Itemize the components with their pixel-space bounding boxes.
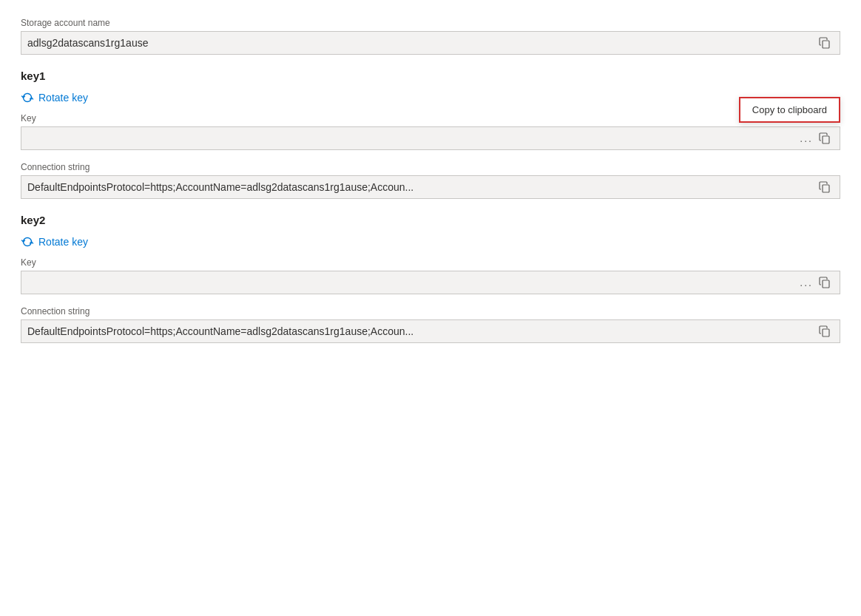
key1-key-label: Key: [21, 113, 840, 123]
key1-connection-string-row: [21, 175, 840, 199]
key1-copy-button[interactable]: [816, 131, 834, 146]
storage-account-copy-button[interactable]: [816, 35, 834, 50]
key1-section: key1 Rotate key Key ... Copy to clipboar…: [21, 70, 840, 199]
key2-key-label: Key: [21, 257, 840, 268]
key2-rotate-icon: [21, 235, 34, 248]
svg-rect-1: [823, 136, 829, 143]
storage-account-input[interactable]: [27, 37, 816, 49]
key2-copy-button[interactable]: [816, 275, 834, 290]
key1-connection-string-input[interactable]: [27, 181, 816, 193]
storage-account-input-row: [21, 31, 840, 55]
key1-key-input[interactable]: [27, 132, 800, 144]
key2-key-field-row: ...: [21, 271, 840, 294]
key1-connection-copy-icon: [819, 181, 831, 193]
key2-section: key2 Rotate key Key ... Connection strin…: [21, 214, 840, 343]
key1-rotate-key-row[interactable]: Rotate key: [21, 91, 840, 104]
key1-copy-icon: [819, 132, 831, 144]
key2-rotate-key-label: Rotate key: [38, 236, 88, 248]
key1-title: key1: [21, 70, 840, 82]
copy-icon: [819, 37, 831, 49]
key1-dots: ...: [800, 132, 813, 144]
key1-key-wrapper: ... Copy to clipboard: [21, 126, 840, 150]
key2-connection-string-input[interactable]: [27, 325, 816, 337]
key2-connection-string-copy-button[interactable]: [816, 324, 834, 339]
storage-account-label: Storage account name: [21, 18, 840, 28]
svg-rect-3: [823, 280, 829, 288]
key2-connection-string-row: [21, 319, 840, 343]
key1-key-field-row: ...: [21, 126, 840, 150]
svg-rect-2: [823, 185, 829, 192]
copy-to-clipboard-text: Copy to clipboard: [752, 104, 827, 115]
key1-connection-string-label: Connection string: [21, 162, 840, 172]
key2-copy-icon: [819, 277, 831, 288]
key1-rotate-key-label: Rotate key: [38, 92, 88, 104]
key2-connection-string-label: Connection string: [21, 306, 840, 317]
copy-to-clipboard-tooltip: Copy to clipboard: [739, 97, 840, 123]
key1-rotate-icon: [21, 91, 34, 104]
key1-connection-string-copy-button[interactable]: [816, 180, 834, 194]
storage-account-section: Storage account name: [21, 18, 840, 55]
key2-rotate-key-row[interactable]: Rotate key: [21, 235, 840, 248]
svg-rect-0: [823, 41, 829, 48]
key2-title: key2: [21, 214, 840, 226]
key2-key-input[interactable]: [27, 277, 800, 288]
svg-rect-4: [823, 329, 829, 336]
key2-connection-copy-icon: [819, 325, 831, 337]
key2-dots: ...: [800, 277, 813, 288]
